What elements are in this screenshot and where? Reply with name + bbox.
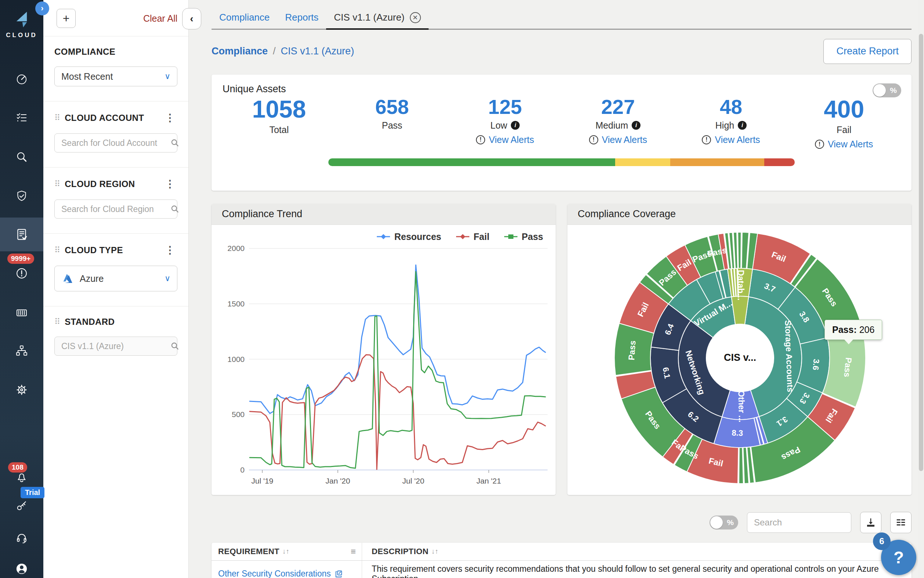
compliance-trend-card: Compliance Trend Resources Fail Pass — [212, 204, 556, 495]
sunburst-leaf-pass[interactable] — [739, 447, 743, 483]
column-header-description[interactable]: DESCRIPTION — [372, 547, 429, 556]
sidebar-item-network[interactable] — [0, 337, 43, 364]
coverage-card-title: Compliance Coverage — [567, 204, 911, 225]
sort-select-value: Most Recent — [61, 71, 113, 82]
chevron-down-icon: ∨ — [165, 274, 170, 283]
legend-fail[interactable]: Fail — [456, 232, 490, 242]
cloud-account-search[interactable] — [54, 133, 177, 153]
search-icon — [170, 204, 180, 214]
sidebar-item-investigate[interactable] — [0, 144, 43, 170]
table-search[interactable] — [747, 512, 851, 533]
add-filter-button[interactable]: + — [57, 9, 76, 28]
legend-pass[interactable]: Pass — [504, 232, 543, 242]
severity-distribution-bar — [328, 158, 795, 166]
tab-reports[interactable]: Reports — [277, 10, 326, 30]
info-icon[interactable]: i — [511, 121, 519, 130]
table-percent-toggle[interactable]: % — [710, 516, 738, 529]
requirements-table: REQUIREMENT ↓↑ ≡ DESCRIPTION ↓↑ Other Se… — [212, 543, 911, 578]
sunburst-tooltip: Pass: 206 — [824, 320, 882, 340]
compliance-trend-chart[interactable]: 0500100015002000Jul '19Jan '20Jul '20Jan… — [212, 225, 556, 495]
sunburst-leaf-pass[interactable] — [738, 232, 741, 268]
column-settings-button[interactable] — [890, 512, 911, 533]
trial-badge: Trial — [21, 487, 44, 498]
kebab-menu-icon[interactable]: ⋮ — [163, 178, 177, 190]
sidebar-item-profile[interactable] — [0, 555, 43, 578]
compliance-coverage-card: Compliance Coverage FailPassPassFailPass… — [567, 204, 911, 495]
svg-text:Pass: Pass — [843, 357, 854, 377]
bar-segment-high — [764, 158, 795, 166]
download-button[interactable] — [860, 512, 881, 533]
sidebar-item-containers[interactable] — [0, 299, 43, 326]
percent-toggle[interactable]: % — [872, 83, 901, 97]
requirement-link[interactable]: Other Security Considerations — [218, 569, 343, 578]
svg-text:1000: 1000 — [227, 355, 244, 363]
bar-segment-pass — [328, 158, 615, 166]
standard-search-input[interactable] — [61, 341, 170, 351]
close-tab-icon[interactable]: ✕ — [410, 12, 421, 23]
sort-icon[interactable]: ↓↑ — [282, 547, 290, 555]
view-alerts-link-low[interactable]: ! View Alerts — [448, 135, 562, 145]
drag-handle-icon[interactable]: ⠿ — [54, 317, 60, 327]
stat-total: 1058 Total — [223, 96, 336, 150]
create-report-button[interactable]: Create Report — [824, 39, 911, 64]
column-menu-icon[interactable]: ≡ — [351, 546, 356, 557]
info-icon[interactable]: i — [632, 121, 641, 130]
svg-text:CIS v...: CIS v... — [724, 352, 756, 363]
sidebar-item-compliance[interactable] — [0, 218, 43, 251]
stat-high: 48 Highi ! View Alerts — [675, 96, 788, 150]
info-icon[interactable]: i — [738, 121, 747, 130]
cloud-region-search[interactable] — [54, 200, 177, 219]
stat-medium: 227 Mediumi ! View Alerts — [562, 96, 675, 150]
sidebar-item-settings[interactable] — [0, 377, 43, 403]
azure-logo-icon — [61, 272, 74, 285]
app-logo[interactable]: CLOUD — [0, 10, 43, 39]
table-header-row: REQUIREMENT ↓↑ ≡ DESCRIPTION ↓↑ — [212, 543, 911, 561]
stat-pass: 658 Pass — [336, 96, 449, 150]
dashboard-gauge-icon — [15, 73, 28, 86]
sort-select[interactable]: Most Recent ∨ — [54, 67, 177, 86]
view-alerts-link-fail[interactable]: ! View Alerts — [787, 139, 900, 149]
view-alerts-link-medium[interactable]: ! View Alerts — [562, 135, 675, 145]
trend-card-title: Compliance Trend — [212, 204, 556, 225]
table-row[interactable]: Other Security Considerations This requi… — [212, 561, 911, 578]
view-alerts-link-high[interactable]: ! View Alerts — [675, 135, 788, 145]
network-icon — [15, 344, 29, 357]
checklist-icon — [15, 111, 28, 124]
cloud-account-search-input[interactable] — [61, 138, 170, 148]
standard-search[interactable] — [54, 336, 177, 356]
column-header-requirement[interactable]: REQUIREMENT — [218, 547, 280, 556]
sidebar-expand-button[interactable]: › — [35, 2, 49, 15]
fail-marker-icon — [456, 234, 469, 240]
breadcrumb-compliance[interactable]: Compliance — [212, 45, 268, 57]
help-button[interactable]: ? 6 — [881, 540, 916, 575]
drag-handle-icon[interactable]: ⠿ — [54, 245, 60, 255]
cloud-region-search-input[interactable] — [61, 204, 170, 214]
sidebar-item-dashboard[interactable] — [0, 66, 43, 93]
sort-icon[interactable]: ↓↑ — [432, 547, 439, 555]
clear-all-button[interactable]: Clear All — [143, 13, 177, 24]
settings-gear-icon — [15, 383, 29, 397]
page-scrollbar[interactable] — [918, 0, 924, 578]
drag-handle-icon[interactable]: ⠿ — [54, 179, 60, 189]
sidebar-item-alerts[interactable] — [0, 260, 43, 287]
sidebar-item-policies[interactable] — [0, 104, 43, 131]
tab-compliance[interactable]: Compliance — [212, 10, 277, 30]
sidebar-item-support[interactable] — [0, 525, 43, 551]
kebab-menu-icon[interactable]: ⋮ — [163, 112, 177, 124]
compliance-coverage-sunburst[interactable]: FailPassPassFailPassFailPassFailPassPass… — [567, 225, 911, 495]
cloud-type-select[interactable]: Azure ∨ — [54, 266, 177, 291]
collapse-panel-button[interactable]: ‹ — [182, 8, 201, 29]
sidebar-item-security[interactable] — [0, 183, 43, 209]
scrollbar-thumb[interactable] — [919, 34, 923, 471]
breadcrumb-cis-v11-azure[interactable]: CIS v1.1 (Azure) — [281, 45, 354, 57]
table-search-input[interactable] — [754, 517, 868, 528]
pass-marker-icon — [504, 234, 518, 240]
filters-section-title: COMPLIANCE — [54, 47, 177, 57]
search-icon — [15, 150, 29, 164]
drag-handle-icon[interactable]: ⠿ — [54, 113, 60, 123]
legend-resources[interactable]: Resources — [377, 232, 442, 242]
svg-text:Jul '20: Jul '20 — [402, 477, 424, 485]
bar-segment-medium — [670, 158, 765, 166]
tab-cis-v11-azure[interactable]: CIS v1.1 (Azure) ✕ — [326, 10, 428, 30]
kebab-menu-icon[interactable]: ⋮ — [163, 244, 177, 256]
